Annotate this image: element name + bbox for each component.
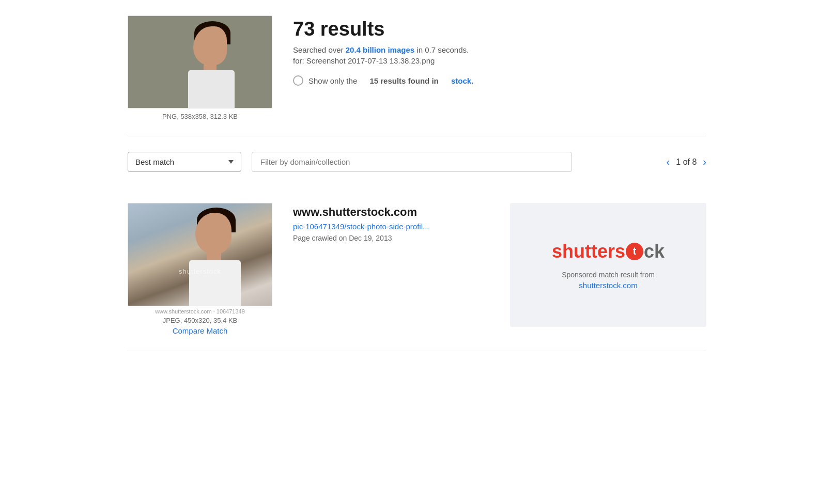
result-image-container: shutterstock www.shutterstock.com · 1064… xyxy=(128,203,272,335)
page-container: PNG, 538x358, 312.3 KB 73 results Search… xyxy=(107,0,727,367)
result-image-url-small: www.shutterstock.com · 106471349 xyxy=(155,308,245,314)
stock-filter-radio[interactable] xyxy=(293,75,303,86)
stock-count-text: 15 results found in xyxy=(369,76,438,85)
result-domain: www.shutterstock.com xyxy=(293,206,489,219)
results-description: Searched over 20.4 billion images in 0.7… xyxy=(293,45,473,54)
logo-part-3: ck xyxy=(644,241,665,262)
page-total: 8 xyxy=(692,158,697,166)
query-image xyxy=(128,15,272,108)
prev-page-button[interactable]: ‹ xyxy=(667,156,670,168)
billion-images-highlight: 20.4 billion images xyxy=(346,45,414,54)
stock-filter: Show only the 15 results found in stock. xyxy=(293,75,473,86)
domain-filter-input[interactable] xyxy=(252,152,572,172)
compare-match-button[interactable]: Compare Match xyxy=(173,326,228,335)
result-details: www.shutterstock.com pic-106471349/stock… xyxy=(293,203,489,242)
stock-filter-text: Show only the xyxy=(308,76,357,85)
sort-label: Best match xyxy=(135,158,174,166)
result-image[interactable]: shutterstock xyxy=(128,203,272,306)
results-info: 73 results Searched over 20.4 billion im… xyxy=(293,15,473,86)
sponsored-panel: shutter s t ck Sponsored match result fr… xyxy=(510,203,706,327)
query-image-container: PNG, 538x358, 312.3 KB xyxy=(128,15,272,120)
logo-circle-icon: t xyxy=(626,243,643,260)
result-item: shutterstock www.shutterstock.com · 1064… xyxy=(128,187,706,351)
logo-part-2: s xyxy=(615,241,625,262)
header-section: PNG, 538x358, 312.3 KB 73 results Search… xyxy=(128,15,706,136)
pagination: ‹ 1 of 8 › xyxy=(667,156,706,168)
searched-over-text: Searched over xyxy=(293,45,344,54)
next-page-button[interactable]: › xyxy=(703,156,706,168)
watermark-text: shutterstock xyxy=(179,267,221,275)
dropdown-arrow-icon xyxy=(228,160,234,164)
search-time-text: in 0.7 seconds. xyxy=(416,45,469,54)
page-current: 1 xyxy=(676,158,681,166)
query-image-meta: PNG, 538x358, 312.3 KB xyxy=(162,113,238,120)
result-image-meta: JPEG, 450x320, 35.4 KB xyxy=(163,317,238,324)
page-of-label: of xyxy=(683,158,690,166)
results-for: for: Screenshot 2017-07-13 13.38.23.png xyxy=(293,56,473,65)
sponsored-text: Sponsored match result from xyxy=(562,271,655,279)
results-count: 73 results xyxy=(293,18,473,40)
for-label: for: Screenshot 2017-07-13 13.38.23.png xyxy=(293,56,435,65)
controls-bar: Best match ‹ 1 of 8 › xyxy=(128,152,706,172)
result-crawled-date: Page crawled on Dec 19, 2013 xyxy=(293,234,489,242)
page-info: 1 of 8 xyxy=(676,158,697,167)
stock-link[interactable]: stock. xyxy=(451,76,473,85)
result-url-link[interactable]: pic-106471349/stock-photo-side-profil... xyxy=(293,222,489,231)
sort-dropdown[interactable]: Best match xyxy=(128,152,241,172)
sponsored-link[interactable]: shutterstock.com xyxy=(579,281,637,290)
logo-part-1: shutter xyxy=(552,241,615,262)
shutterstock-logo: shutter s t ck xyxy=(552,241,665,262)
